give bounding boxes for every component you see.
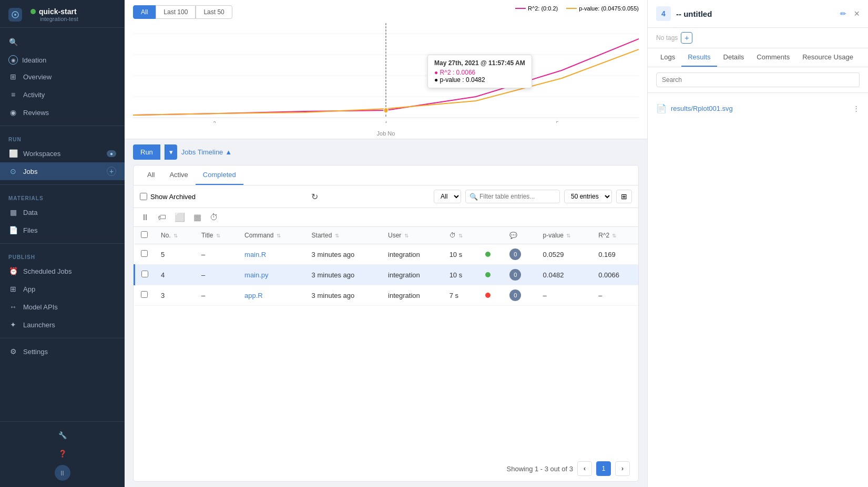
tab-completed[interactable]: Completed [196,165,243,185]
jobs-icon-bar: ⏸ 🏷 ⬜ ▦ ⏱ [134,208,638,227]
row-checkbox-5[interactable] [141,250,148,257]
col-comments: 💬 [503,227,536,244]
sidebar-search[interactable]: 🔍 [0,32,125,52]
sidebar-item-app[interactable]: ⊞ App [0,280,125,298]
table-header: No. ⇅ Title ⇅ Command ⇅ Started ⇅ User ⇅… [135,227,639,244]
sidebar-item-model-apis[interactable]: ↔ Model APIs [0,298,125,316]
pagination-prev-btn[interactable]: ‹ [577,461,592,476]
sidebar-header: quick-start integration-test [0,0,125,28]
sidebar-item-ideation[interactable]: ◉ Ideation [0,52,125,68]
tab-active[interactable]: Active [162,165,195,185]
sidebar-item-data[interactable]: ▦ Data [0,203,125,221]
search-icon: 🔍 [8,37,18,47]
chart-all-btn[interactable]: All [133,5,156,19]
svg-text:5: 5 [556,120,559,123]
timer-icon-btn[interactable]: ⏱ [209,212,219,223]
cell-title-4: – [195,265,238,285]
jobs-area: Run ▾ Jobs Timeline ▲ All Active Complet… [125,139,647,487]
panel-add-tag-btn[interactable]: + [681,32,692,44]
svg-text:4: 4 [385,120,387,123]
show-archived-toggle: Show Archived [140,193,196,201]
chart-legend: R^2: (0:0.2) p-value: (0.0475:0.055) [515,5,639,12]
publish-section-label: PUBLISH [0,248,125,262]
sidebar-item-launchers[interactable]: ✦ Launchers [0,316,125,334]
cell-r2-4: 0.0066 [592,265,638,285]
table-row: 5 – main.R 3 minutes ago integration 10 … [135,244,639,265]
bottom-user-btn[interactable]: ⏸ [55,465,70,481]
cell-no-4: 4 [155,265,195,285]
chart-last100-btn[interactable]: Last 100 [156,5,196,19]
panel-tab-resource-usage[interactable]: Resource Usage [796,48,860,67]
refresh-button[interactable]: ↻ [311,192,318,202]
timeline-button[interactable]: Jobs Timeline ▲ [181,148,232,156]
svg-point-8 [384,108,388,113]
sidebar-item-files[interactable]: 📄 Files [0,221,125,239]
panel-tab-details[interactable]: Details [717,48,751,67]
cell-command-4[interactable]: main.py [238,265,305,285]
sidebar-item-activity[interactable]: ≡ Activity [0,86,125,103]
columns-toggle-btn[interactable]: ⊞ [616,190,632,203]
cell-command-3[interactable]: app.R [238,285,305,306]
show-archived-checkbox[interactable] [140,193,147,200]
tooltip-date: May 27th, 2021 @ 11:57:45 AM [434,59,525,67]
run-button[interactable]: Run [133,144,160,160]
cell-command-5[interactable]: main.R [238,244,305,265]
pagination-next-btn[interactable]: › [615,461,630,476]
panel-close-btn[interactable]: × [854,8,860,19]
col-user: User ⇅ [382,227,443,244]
bottom-help-btn[interactable]: ❓ [0,444,125,463]
copy-icon-btn[interactable]: ⬜ [173,211,186,223]
panel-content: 📄 results/Rplot001.svg ⋮ [648,93,868,487]
run-dropdown-btn[interactable]: ▾ [165,144,177,160]
panel-tab-results[interactable]: Results [681,48,717,67]
jobs-add-btn[interactable]: + [107,167,116,176]
reviews-icon: ◉ [8,108,18,117]
panel-job-number: 4 [656,6,671,21]
scheduled-jobs-label: Scheduled Jobs [23,267,72,275]
cell-no-3: 3 [155,285,195,306]
chart-svg: 3 4 5 May 27th, 2021 @ 11:57:45 AM ● R^2… [133,23,639,128]
table-search-input[interactable] [465,190,560,203]
ideation-icon: ◉ [8,55,18,65]
bottom-tools-btn[interactable]: 🔧 [0,426,125,444]
col-r2: R^2 ⇅ [592,227,638,244]
pagination-page-1[interactable]: 1 [596,461,611,476]
tooltip-r2: ● R^2 : 0.0066 [434,69,525,76]
sidebar-item-overview[interactable]: ⊞ Overview [0,68,125,86]
panel-search-input[interactable] [656,72,860,87]
sidebar-item-scheduled-jobs[interactable]: ⏰ Scheduled Jobs [0,262,125,280]
model-apis-label: Model APIs [23,303,58,311]
row-checkbox-3[interactable] [141,291,148,298]
tag-icon-btn[interactable]: 🏷 [157,212,167,223]
app-icon: ⊞ [8,284,18,294]
chart-last50-btn[interactable]: Last 50 [196,5,232,19]
sidebar-item-workspaces[interactable]: ⬜ Workspaces ● [0,144,125,162]
settings-label: Settings [23,348,48,356]
sidebar-item-reviews[interactable]: ◉ Reviews [0,103,125,121]
stop-icon-btn[interactable]: ⏸ [140,212,150,223]
all-filter-select[interactable]: All [434,190,461,203]
overview-label: Overview [23,73,52,81]
tab-all[interactable]: All [140,165,162,185]
table-controls: Show Archived ↻ All 🔍 50 entries ⊞ [134,185,638,208]
chart-x-label: Job No [133,128,639,139]
panel-tab-logs[interactable]: Logs [654,48,681,67]
select-all-checkbox[interactable] [141,231,148,238]
entries-select[interactable]: 50 entries [564,190,612,203]
sidebar-item-jobs[interactable]: ⊙ Jobs + [0,162,125,180]
sidebar-navigation: 🔍 ◉ Ideation ⊞ Overview ≡ Activity ◉ Rev… [0,28,125,421]
main-content: All Last 100 Last 50 R^2: (0:0.2) p-valu… [125,0,647,487]
jobs-table-wrapper: No. ⇅ Title ⇅ Command ⇅ Started ⇅ User ⇅… [134,227,638,456]
jobs-label: Jobs [23,168,37,175]
chart-tooltip: May 27th, 2021 @ 11:57:45 AM ● R^2 : 0.0… [427,55,532,88]
cell-no-5: 5 [155,244,195,265]
pagination: Showing 1 - 3 out of 3 ‹ 1 › [134,456,638,481]
sidebar-item-settings[interactable]: ⚙ Settings [0,343,125,360]
row-checkbox-4[interactable] [141,271,148,277]
file-menu-btn[interactable]: ⋮ [853,105,860,112]
panel-tab-comments[interactable]: Comments [750,48,796,67]
grid-icon-btn[interactable]: ▦ [192,211,202,223]
panel-file-name[interactable]: results/Rplot001.svg [671,105,733,112]
panel-edit-icon[interactable]: ✏ [840,9,846,18]
table-row: 4 – main.py 3 minutes ago integration 10… [135,265,639,285]
